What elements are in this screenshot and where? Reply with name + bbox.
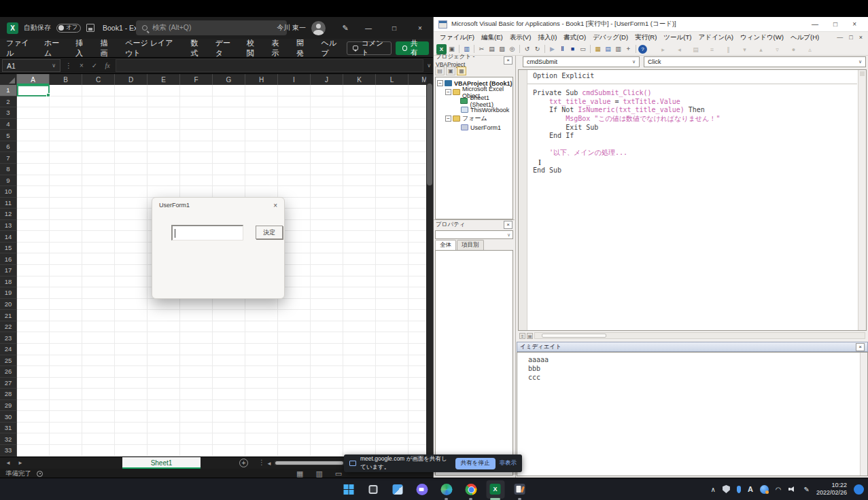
cell-J27[interactable]: [311, 378, 343, 389]
cell-B17[interactable]: [50, 265, 82, 276]
cell-K31[interactable]: [343, 423, 376, 434]
cell-C24[interactable]: [82, 344, 115, 355]
cell-B4[interactable]: [50, 119, 82, 130]
cell-D31[interactable]: [115, 423, 147, 434]
cell-K7[interactable]: [343, 152, 376, 164]
code-line-7[interactable]: Exit Sub: [533, 124, 856, 132]
sheet-next-icon[interactable]: ►: [18, 457, 23, 469]
cell-B30[interactable]: [50, 411, 82, 423]
cell-H30[interactable]: [245, 411, 278, 423]
cell-K12[interactable]: [343, 209, 376, 220]
cell-B18[interactable]: [50, 276, 82, 288]
edit-pen-icon[interactable]: ✎: [335, 24, 355, 33]
cell-A18[interactable]: [17, 276, 50, 288]
cell-D4[interactable]: [115, 119, 147, 130]
cell-L2[interactable]: [376, 96, 409, 108]
properties-object-dropdown[interactable]: ∨: [435, 230, 513, 239]
cell-H20[interactable]: [245, 299, 278, 310]
cell-C9[interactable]: [82, 175, 115, 187]
project-explorer-icon[interactable]: ▦: [593, 44, 603, 54]
cell-K26[interactable]: [343, 366, 376, 378]
cell-H33[interactable]: [245, 445, 278, 457]
cell-B14[interactable]: [50, 231, 82, 243]
vba-menu-実行(R)[interactable]: 実行(R): [631, 33, 660, 42]
cell-B6[interactable]: [50, 141, 82, 153]
row-header-20[interactable]: 20: [0, 299, 17, 310]
code-line-9[interactable]: [533, 141, 856, 149]
cell-L30[interactable]: [376, 411, 409, 423]
cell-A17[interactable]: [17, 265, 50, 276]
cell-J6[interactable]: [311, 141, 343, 153]
cell-C7[interactable]: [82, 152, 115, 164]
cell-K4[interactable]: [343, 119, 376, 130]
row-header-26[interactable]: 26: [0, 366, 17, 378]
cell-C3[interactable]: [82, 107, 115, 119]
formula-input[interactable]: [116, 59, 423, 72]
cell-C6[interactable]: [82, 141, 115, 153]
find-icon[interactable]: ◎: [507, 44, 517, 54]
cell-J33[interactable]: [311, 445, 343, 457]
code-line-11[interactable]: [533, 158, 856, 166]
row-header-3[interactable]: 3: [0, 107, 17, 119]
row-header-29[interactable]: 29: [0, 400, 17, 412]
row-header-28[interactable]: 28: [0, 389, 17, 400]
cell-F27[interactable]: [180, 378, 213, 389]
row-header-13[interactable]: 13: [0, 220, 17, 232]
break-icon[interactable]: ‖: [557, 44, 568, 54]
cell-B26[interactable]: [50, 366, 82, 378]
cell-D16[interactable]: [115, 253, 147, 265]
run-icon[interactable]: ▶: [547, 44, 557, 54]
child-close-icon[interactable]: ×: [859, 34, 863, 41]
userform-submit-button[interactable]: 決定: [256, 226, 283, 239]
expand-formula-bar-icon[interactable]: ∨: [427, 62, 431, 69]
cell-E30[interactable]: [147, 411, 180, 423]
cell-J32[interactable]: [311, 433, 343, 445]
cell-C16[interactable]: [82, 253, 115, 265]
cell-C5[interactable]: [82, 130, 115, 141]
cell-E3[interactable]: [147, 107, 180, 119]
cell-J9[interactable]: [311, 175, 343, 187]
cell-F23[interactable]: [180, 332, 213, 344]
child-minimize-icon[interactable]: —: [837, 34, 843, 41]
immediate-window[interactable]: aaaaabbbccc: [517, 352, 868, 476]
cell-A31[interactable]: [17, 423, 50, 434]
cell-D20[interactable]: [115, 299, 147, 310]
cell-K23[interactable]: [343, 332, 376, 344]
toggle-folders-button[interactable]: ▦: [457, 67, 466, 75]
cell-E26[interactable]: [147, 366, 180, 378]
cell-L20[interactable]: [376, 299, 409, 310]
properties-list[interactable]: [435, 250, 513, 476]
cell-J11[interactable]: [311, 198, 343, 209]
insert-function-icon[interactable]: fx: [103, 62, 112, 69]
view-object-button[interactable]: ▣: [446, 67, 455, 75]
cell-F9[interactable]: [180, 175, 213, 187]
code-line-8[interactable]: End If: [533, 132, 856, 141]
row-header-19[interactable]: 19: [0, 287, 17, 299]
share-button[interactable]: 共有: [396, 41, 429, 55]
cell-E6[interactable]: [147, 141, 180, 153]
cell-I27[interactable]: [278, 378, 311, 389]
cell-D30[interactable]: [115, 411, 147, 423]
cell-E2[interactable]: [147, 96, 180, 108]
cell-J12[interactable]: [311, 209, 343, 220]
cell-A21[interactable]: [17, 310, 50, 321]
row-header-27[interactable]: 27: [0, 378, 17, 389]
cell-A15[interactable]: [17, 243, 50, 254]
cell-K13[interactable]: [343, 220, 376, 232]
cell-K30[interactable]: [343, 411, 376, 423]
cell-H27[interactable]: [245, 378, 278, 389]
cell-B33[interactable]: [50, 445, 82, 457]
cell-K29[interactable]: [343, 400, 376, 412]
hscroll-left-icon[interactable]: ◄: [266, 461, 272, 467]
cell-G20[interactable]: [213, 299, 245, 310]
pen-icon[interactable]: ✎: [804, 486, 810, 493]
tree-item-Sheet1 (Sheet1)[interactable]: Sheet1 (Sheet1): [436, 96, 513, 105]
cell-D33[interactable]: [115, 445, 147, 457]
cell-C31[interactable]: [82, 423, 115, 434]
cell-I8[interactable]: [278, 164, 311, 175]
cell-I21[interactable]: [278, 310, 311, 321]
cell-A29[interactable]: [17, 400, 50, 412]
cell-A22[interactable]: [17, 321, 50, 333]
cell-K17[interactable]: [343, 265, 376, 276]
cell-F30[interactable]: [180, 411, 213, 423]
